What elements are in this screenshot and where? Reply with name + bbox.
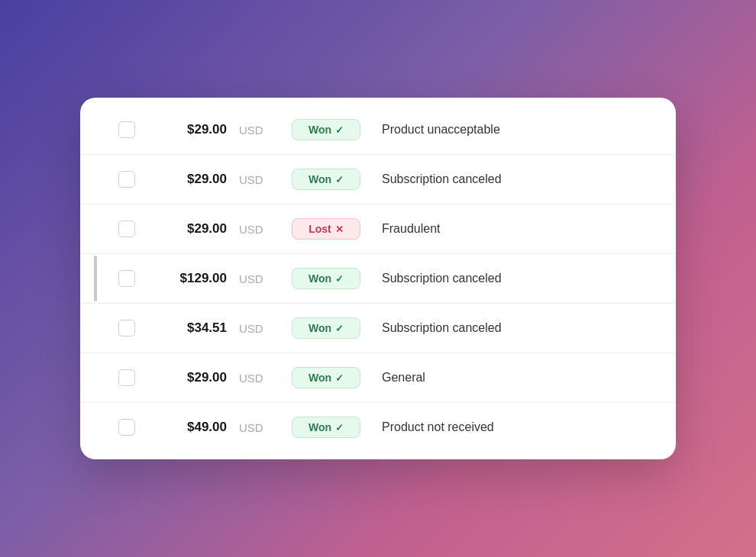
disputes-card: $29.00USDWon✓Product unacceptable$29.00U… <box>80 98 676 459</box>
dispute-amount: $29.00 <box>158 172 227 187</box>
dispute-reason: Product unacceptable <box>382 123 645 137</box>
dispute-reason: Product not received <box>382 420 645 434</box>
check-icon: ✓ <box>335 273 344 285</box>
table-row: $34.51USDWon✓Subscription canceled <box>80 304 676 353</box>
check-icon: ✓ <box>335 124 344 136</box>
dispute-currency: USD <box>239 223 273 236</box>
dispute-currency: USD <box>239 322 273 335</box>
check-icon: ✓ <box>335 422 344 433</box>
status-badge: Won✓ <box>292 119 360 140</box>
row-checkbox[interactable] <box>118 320 135 336</box>
status-label: Won <box>309 173 331 185</box>
check-icon: ✓ <box>335 372 344 384</box>
table-row: $49.00USDWon✓Product not received <box>80 403 676 452</box>
status-label: Lost <box>309 223 331 235</box>
status-badge: Won✓ <box>292 169 360 190</box>
check-icon: ✓ <box>335 323 344 334</box>
table-row: $29.00USDLost✕Fraudulent <box>80 204 676 254</box>
status-label: Won <box>309 124 331 136</box>
row-checkbox[interactable] <box>118 369 135 386</box>
dispute-reason: Subscription canceled <box>382 321 645 335</box>
status-badge: Won✓ <box>292 268 360 289</box>
status-badge: Won✓ <box>292 317 360 339</box>
dispute-currency: USD <box>239 421 273 434</box>
row-checkbox[interactable] <box>118 171 135 188</box>
dispute-currency: USD <box>239 173 273 186</box>
dispute-reason: Subscription canceled <box>382 172 645 186</box>
table-row: $129.00USDWon✓Subscription canceled <box>80 254 676 304</box>
dispute-amount: $29.00 <box>158 370 227 385</box>
row-checkbox[interactable] <box>118 121 135 138</box>
dispute-currency: USD <box>239 272 273 285</box>
dispute-amount: $129.00 <box>158 271 227 286</box>
status-badge: Won✓ <box>292 367 360 388</box>
table-row: $29.00USDWon✓Product unacceptable <box>80 105 676 155</box>
row-checkbox[interactable] <box>118 419 135 436</box>
dispute-currency: USD <box>239 372 273 385</box>
dispute-reason: Subscription canceled <box>382 272 645 285</box>
table-row: $29.00USDWon✓General <box>80 353 676 403</box>
scrollbar[interactable] <box>94 256 97 301</box>
status-label: Won <box>309 421 331 433</box>
row-checkbox[interactable] <box>118 270 135 287</box>
table-row: $29.00USDWon✓Subscription canceled <box>80 155 676 204</box>
dispute-currency: USD <box>239 124 273 137</box>
x-icon: ✕ <box>335 224 344 235</box>
status-badge: Lost✕ <box>292 218 360 240</box>
dispute-amount: $29.00 <box>158 221 227 237</box>
check-icon: ✓ <box>335 174 344 185</box>
dispute-amount: $49.00 <box>158 420 227 435</box>
status-label: Won <box>309 372 331 384</box>
status-label: Won <box>309 272 331 285</box>
status-badge: Won✓ <box>292 417 360 438</box>
dispute-reason: Fraudulent <box>382 222 645 236</box>
dispute-amount: $29.00 <box>158 122 227 137</box>
dispute-amount: $34.51 <box>158 320 227 336</box>
dispute-reason: General <box>382 371 645 385</box>
status-label: Won <box>309 322 331 334</box>
row-checkbox[interactable] <box>118 221 135 237</box>
